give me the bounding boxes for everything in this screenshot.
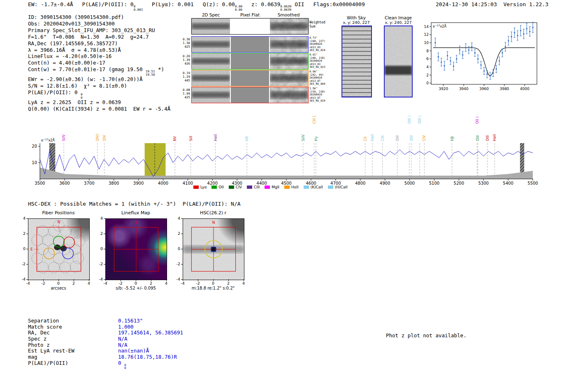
x-tick-mark bbox=[58, 279, 59, 281]
svg-text:5300: 5300 bbox=[478, 181, 488, 186]
pixel-flat-image bbox=[231, 87, 269, 103]
match-label: RA, Dec bbox=[28, 329, 50, 336]
detection-info-block: ID: 3090154300 (3090154300.pdf)Obs: 2020… bbox=[28, 14, 170, 112]
y-tick-mark bbox=[26, 264, 28, 264]
pixel-flat-image bbox=[231, 53, 269, 69]
x-tick-mark bbox=[198, 279, 198, 281]
svg-text:OIII: OIII bbox=[395, 135, 399, 141]
svg-text:CIII ]: CIII ] bbox=[312, 116, 316, 124]
y-tick-mark bbox=[181, 249, 183, 249]
svg-text:OIII ): OIII ) bbox=[407, 116, 411, 124]
match-label: Est LyA rest-EW bbox=[28, 348, 74, 354]
spec2d-row-annotation: 1.56"(239, 228)20200420v013_07303_RU_024 bbox=[309, 87, 325, 103]
legend-item: HeII bbox=[284, 185, 299, 189]
x-tick-label: 4 bbox=[239, 281, 249, 285]
elixer-report-page: EW: -1.7±-0.4Å P(LAE)/P(OII): 000.001 P(… bbox=[0, 0, 576, 392]
spec2d-row-annotation: WeightedSum bbox=[309, 21, 325, 28]
svg-text:N: N bbox=[135, 220, 138, 225]
y-tick-mark bbox=[104, 218, 105, 219]
x-tick-mark bbox=[183, 279, 183, 281]
svg-text:6: 6 bbox=[426, 57, 429, 61]
svg-text:10: 10 bbox=[424, 41, 429, 45]
svg-text:OIV: OIV bbox=[102, 135, 107, 141]
y-tick-label: 4 bbox=[95, 216, 103, 220]
svg-text:3600: 3600 bbox=[59, 181, 70, 186]
match-table-row: Spec zN/A bbox=[28, 336, 74, 342]
x-tick-label: 0 bbox=[208, 281, 218, 285]
info-line: Cont(w) = 7.70(±0.01)e-17 (gmag 19.50 19… bbox=[28, 66, 170, 76]
smoothed-image bbox=[270, 37, 308, 52]
svg-text:8: 8 bbox=[426, 49, 429, 53]
svg-text:4800: 4800 bbox=[355, 181, 365, 186]
spec2d-row-stats: 0.191.29445 bbox=[179, 71, 190, 82]
spec2d-row-stats: 0.081.99425 bbox=[179, 88, 190, 99]
photz-note: Phot z plot not available. bbox=[386, 332, 467, 339]
svg-text:4000: 4000 bbox=[158, 181, 168, 186]
hsc-xaxis-label: m:18.8 re:1.2" s:0.2" bbox=[170, 286, 256, 290]
lineflux-crosshair-overlay: N bbox=[106, 219, 167, 280]
spec2d-col-header-1: 2D Spec bbox=[191, 12, 230, 17]
x-tick-mark bbox=[121, 279, 121, 281]
svg-text:3700: 3700 bbox=[84, 181, 94, 186]
spec2d-row-annotation: 0.96"(242, 49)20200420v013_07303_RU_004 bbox=[309, 70, 325, 86]
spec2d-col-header-2: Pixel Flat bbox=[230, 12, 269, 17]
header-summary: EW: -1.7±-0.4Å P(LAE)/P(OII): 000.001 P(… bbox=[28, 1, 371, 11]
svg-text:3900: 3900 bbox=[133, 181, 144, 186]
svg-text:3800: 3800 bbox=[109, 181, 119, 186]
y-tick-label: -2 bbox=[95, 262, 103, 266]
info-line: EWr = -2.90(±0.36) (w: -1.70(±0.20))Å bbox=[28, 76, 170, 83]
match-label: P(LAE)/P(OII) bbox=[28, 360, 68, 366]
x-tick-mark bbox=[244, 279, 244, 281]
match-label: Separation bbox=[28, 318, 59, 324]
hsc-cutout-title: HSC(26.2) r bbox=[183, 210, 244, 216]
match-table-row: Separation0.15613" bbox=[28, 318, 74, 324]
svg-text:5400: 5400 bbox=[503, 181, 513, 186]
svg-text:CIII: CIII bbox=[381, 136, 385, 141]
x-tick-mark bbox=[151, 279, 151, 281]
x-tick-label: 0 bbox=[131, 281, 141, 285]
fiber-xaxis-label: arcsecs bbox=[16, 286, 101, 290]
match-value: N/A bbox=[118, 336, 128, 342]
svg-text:SiIV: SiIV bbox=[301, 135, 305, 141]
svg-text:OIII: OIII bbox=[485, 135, 490, 141]
report-version: Version 1.22.3 bbox=[503, 1, 548, 7]
y-tick-label: 2 bbox=[17, 231, 26, 236]
spec2d-image bbox=[192, 53, 230, 69]
hsc-image-panel: N bbox=[183, 218, 244, 280]
svg-text:Hγ: Hγ bbox=[314, 137, 318, 141]
svg-text:20: 20 bbox=[32, 144, 37, 148]
info-line: LineFlux = -4.20(±0.50)e-16 bbox=[28, 53, 170, 60]
svg-text:NV: NV bbox=[173, 136, 177, 141]
y-tick-mark bbox=[104, 264, 105, 264]
info-line: S/N = 12.8(±1.6) χ² = 8.1(±0.0) bbox=[28, 83, 170, 89]
legend-swatch bbox=[328, 186, 333, 189]
y-tick-mark bbox=[181, 218, 183, 219]
svg-text:5000: 5000 bbox=[404, 181, 415, 186]
smoothed-image bbox=[270, 19, 308, 34]
y-tick-label: -2 bbox=[172, 262, 180, 266]
svg-text:Hδ: Hδ bbox=[245, 136, 249, 141]
match-label: Spec z bbox=[28, 336, 46, 342]
info-line: ID: 3090154300 (3090154300.pdf) bbox=[28, 14, 170, 21]
z-fraction: 0.06390.0639 bbox=[280, 5, 291, 11]
legend-swatch bbox=[229, 186, 234, 189]
y-tick-mark bbox=[26, 218, 28, 219]
legend-item: (K)CaII bbox=[304, 185, 323, 189]
info-line: LyA z = 2.2625 OII z = 0.0639 bbox=[28, 99, 170, 106]
match-value: 0 00 bbox=[118, 360, 126, 370]
info-line: Primary Spec_Slot_IFU_AMP: 303_025_013_R… bbox=[28, 27, 170, 34]
svg-text:14: 14 bbox=[424, 25, 429, 29]
info-line: F=1.6" T=0.086 N=1.30 A=0.92 g=24.7 bbox=[28, 34, 170, 40]
x-tick-label: 0 bbox=[53, 281, 63, 285]
legend-swatch bbox=[211, 186, 217, 189]
clean-image-coords: x, y: 240, 227 bbox=[379, 20, 417, 25]
match-value: N/A bbox=[118, 342, 128, 348]
y-tick-mark bbox=[104, 249, 105, 249]
plae-fraction: 00.001 bbox=[134, 5, 143, 11]
svg-text:OIII: OIII bbox=[476, 135, 480, 141]
svg-text:N: N bbox=[212, 220, 215, 225]
spec2d-row-annotation: 0.91"(240, 218)20200420v013_03303_RU_023 bbox=[309, 53, 325, 69]
lineflux-map-panel: N bbox=[105, 218, 167, 280]
spec2d-image bbox=[192, 70, 230, 86]
spec2d-image bbox=[192, 37, 230, 52]
